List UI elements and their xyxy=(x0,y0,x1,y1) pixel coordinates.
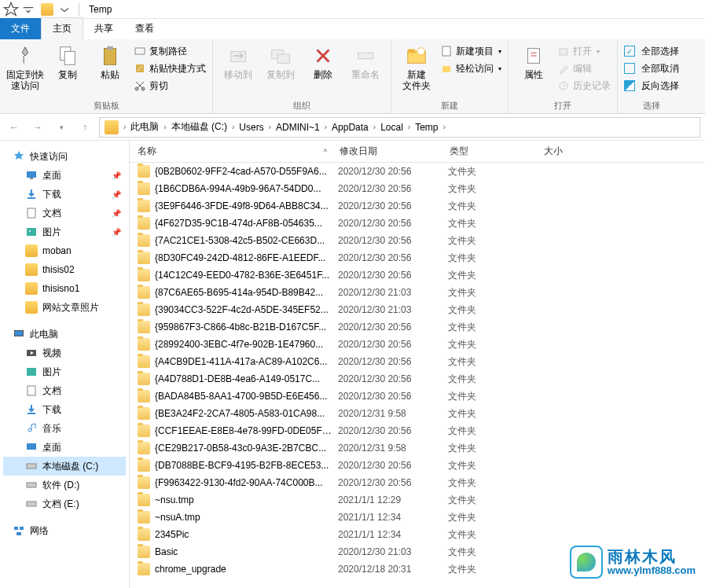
column-date[interactable]: 修改日期 xyxy=(332,145,442,158)
nav-pictures2[interactable]: 图片 xyxy=(3,362,126,381)
qat-pin-icon[interactable] xyxy=(3,2,19,17)
chevron-right-icon[interactable]: › xyxy=(323,123,329,131)
breadcrumb[interactable]: Users xyxy=(236,122,266,133)
folder-icon xyxy=(138,165,150,178)
file-date: 2021/1/1 12:34 xyxy=(332,529,442,540)
copy-button[interactable]: 复制 xyxy=(49,42,86,99)
nav-site-photos[interactable]: 网站文章照片 xyxy=(3,298,126,317)
nav-thisis02[interactable]: thisis02 xyxy=(3,260,126,279)
nav-moban[interactable]: moban xyxy=(3,241,126,260)
breadcrumb[interactable]: ADMINI~1 xyxy=(273,122,323,133)
file-row[interactable]: ~nsu.tmp2021/1/1 12:29文件夹 xyxy=(130,491,705,509)
file-row[interactable]: {39034CC3-522F-4c2d-A5DE-345EF52...2020/… xyxy=(130,301,705,318)
chevron-right-icon[interactable]: › xyxy=(406,123,412,131)
chevron-right-icon[interactable]: › xyxy=(230,123,236,131)
nav-downloads2[interactable]: 下载 xyxy=(3,400,126,419)
properties-button[interactable]: 属性 xyxy=(515,42,553,99)
file-name: {28992400-3EBC-4f7e-902B-1E47960... xyxy=(155,339,332,350)
nav-videos[interactable]: 视频 xyxy=(3,344,126,362)
select-all-button[interactable]: ✓全部选择 xyxy=(624,42,679,60)
breadcrumb[interactable]: 此电脑 xyxy=(127,120,162,134)
file-row[interactable]: {7AC21CE1-5308-42c5-B502-CE663D...2020/1… xyxy=(130,232,705,249)
file-row[interactable]: {CE29B217-0B58-43c0-9A3E-2B7CBC...2020/1… xyxy=(130,439,705,457)
pin-to-quick-access-button[interactable]: 固定到快 速访问 xyxy=(6,42,44,99)
file-row[interactable]: {1B6CDB6A-994A-49b9-96A7-54DD0...2020/12… xyxy=(130,180,705,197)
nav-desktop2[interactable]: 桌面 xyxy=(3,438,126,457)
file-row[interactable]: 2345Pic2021/1/1 12:34文件夹 xyxy=(130,526,705,543)
select-none-button[interactable]: 全部取消 xyxy=(624,60,679,77)
cut-button[interactable]: 剪切 xyxy=(134,77,206,94)
file-row[interactable]: {CCF1EEAE-E8E8-4e78-99FD-0DE05F9...2020/… xyxy=(130,422,705,439)
file-row[interactable]: {A4D788D1-DE8B-4ea6-A149-0517C...2020/12… xyxy=(130,370,705,388)
chevron-right-icon[interactable]: › xyxy=(162,123,167,131)
file-row[interactable]: {4F627D35-9C1B-474d-AF8B-054635...2020/1… xyxy=(130,215,705,232)
breadcrumb[interactable]: Temp xyxy=(412,122,441,133)
copy-to-button[interactable]: 复制到 xyxy=(262,42,299,99)
nav-disk-d[interactable]: 软件 (D:) xyxy=(3,476,126,494)
column-size[interactable]: 大小 xyxy=(536,145,615,158)
file-row[interactable]: {A4CB9DE1-411A-417a-AC89-A102C6...2020/1… xyxy=(130,353,705,370)
tab-view[interactable]: 查看 xyxy=(124,18,165,39)
delete-button[interactable]: 删除 xyxy=(304,42,342,99)
tab-share[interactable]: 共享 xyxy=(83,18,124,39)
file-row[interactable]: {87C6AE65-B695-414a-954D-B89B42...2020/1… xyxy=(130,284,705,301)
nav-documents[interactable]: 文档📌 xyxy=(3,204,126,222)
nav-up-button[interactable]: ↑ xyxy=(75,118,94,137)
svg-rect-32 xyxy=(27,483,36,487)
file-row[interactable]: {F9963422-9130-4fd2-90AA-74C000B...2020/… xyxy=(130,474,705,491)
tab-file[interactable]: 文件 xyxy=(0,18,41,39)
new-folder-button[interactable]: 新建 文件夹 xyxy=(398,42,435,99)
nav-documents2[interactable]: 文档 xyxy=(3,381,126,400)
column-type[interactable]: 类型 xyxy=(442,145,536,158)
nav-network[interactable]: 网络 xyxy=(3,521,126,540)
move-to-button[interactable]: 移动到 xyxy=(219,42,257,99)
nav-forward-button[interactable]: → xyxy=(28,118,47,137)
nav-this-pc[interactable]: 此电脑 xyxy=(3,325,126,344)
breadcrumb-box[interactable]: › 此电脑› 本地磁盘 (C:)› Users› ADMINI~1› AppDa… xyxy=(99,117,700,138)
chevron-right-icon[interactable]: › xyxy=(267,123,273,131)
chevron-right-icon[interactable]: › xyxy=(442,123,447,131)
chevron-right-icon[interactable]: › xyxy=(372,123,377,131)
file-row[interactable]: {8D30FC49-242D-4812-86FE-A1EEDF...2020/1… xyxy=(130,249,705,266)
file-row[interactable]: {BE3A24F2-2CA7-4805-A583-01CA98...2020/1… xyxy=(130,405,705,422)
breadcrumb[interactable]: AppData xyxy=(329,122,372,133)
qat-menu-icon[interactable] xyxy=(57,2,72,17)
file-date: 2021/1/1 12:29 xyxy=(332,494,442,505)
file-row[interactable]: {14C12C49-EED0-4782-B36E-3E6451F...2020/… xyxy=(130,266,705,284)
new-item-button[interactable]: 新建项目▾ xyxy=(440,42,501,60)
open-button[interactable]: 打开▾ xyxy=(557,42,611,60)
invert-selection-button[interactable]: 反向选择 xyxy=(624,77,679,94)
nav-pictures[interactable]: 图片📌 xyxy=(3,222,126,241)
nav-thisisno1[interactable]: thisisno1 xyxy=(3,279,126,298)
rename-button[interactable]: 重命名 xyxy=(347,42,384,99)
qat-dropdown-icon[interactable] xyxy=(20,2,36,17)
file-row[interactable]: {BADA84B5-8AA1-4700-9B5D-E6E456...2020/1… xyxy=(130,388,705,405)
paste-shortcut-button[interactable]: 粘贴快捷方式 xyxy=(134,60,206,77)
tab-home[interactable]: 主页 xyxy=(41,17,83,39)
file-row[interactable]: ~nsuA.tmp2021/1/1 12:34文件夹 xyxy=(130,509,705,526)
column-name[interactable]: 名称^ xyxy=(130,145,332,158)
folder-icon xyxy=(138,252,150,264)
nav-disk-e[interactable]: 文档 (E:) xyxy=(3,494,126,513)
nav-quick-access[interactable]: 快速访问 xyxy=(3,147,126,166)
sort-indicator-icon: ^ xyxy=(324,148,327,156)
file-row[interactable]: {3E9F6446-3FDE-49f8-9D64-ABB8C34...2020/… xyxy=(130,197,705,215)
nav-recent-button[interactable]: ▾ xyxy=(52,118,71,137)
breadcrumb[interactable]: 本地磁盘 (C:) xyxy=(168,120,230,134)
nav-desktop[interactable]: 桌面📌 xyxy=(3,166,126,185)
easy-access-button[interactable]: 轻松访问▾ xyxy=(440,60,501,77)
nav-downloads[interactable]: 下载📌 xyxy=(3,185,126,204)
copy-path-button[interactable]: 复制路径 xyxy=(134,42,206,60)
file-row[interactable]: {959867F3-C866-4b8c-B21B-D167C5F...2020/… xyxy=(130,318,705,336)
nav-back-button[interactable]: ← xyxy=(5,118,24,137)
edit-button[interactable]: 编辑 xyxy=(557,60,611,77)
file-row[interactable]: {0B2B0602-9FF2-4cad-A570-D55F9A6...2020/… xyxy=(130,163,705,180)
nav-music[interactable]: 音乐 xyxy=(3,419,126,438)
file-row[interactable]: {DB7088BE-BCF9-4195-B2FB-8ECE53...2020/1… xyxy=(130,457,705,474)
nav-disk-c[interactable]: 本地磁盘 (C:) xyxy=(3,457,126,476)
chevron-right-icon[interactable]: › xyxy=(122,123,127,131)
file-row[interactable]: {28992400-3EBC-4f7e-902B-1E47960...2020/… xyxy=(130,336,705,353)
paste-button[interactable]: 粘贴 xyxy=(91,42,129,99)
breadcrumb[interactable]: Local xyxy=(377,122,406,133)
history-button[interactable]: 历史记录 xyxy=(557,77,611,94)
